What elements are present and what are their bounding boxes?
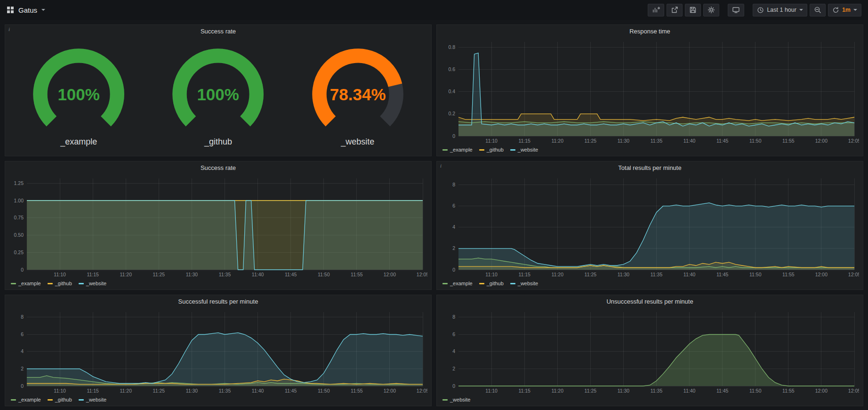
zoom-out-icon: [814, 6, 821, 14]
panel-info-icon[interactable]: i: [440, 163, 442, 169]
gauge-website[interactable]: 78.34% _website: [288, 45, 427, 147]
panel-title[interactable]: Unsuccessful results per minute: [437, 295, 863, 307]
gauge-label: _website: [341, 137, 374, 147]
svg-text:11:30: 11:30: [618, 138, 630, 144]
svg-text:12:00: 12:00: [815, 272, 828, 277]
gauge-row: 100% _example 100% _github 78.34% _websi…: [9, 37, 427, 154]
chevron-down-icon[interactable]: [41, 9, 45, 11]
svg-text:11:35: 11:35: [219, 388, 231, 394]
save-button[interactable]: [685, 4, 701, 16]
svg-text:11:40: 11:40: [252, 388, 264, 394]
legend-swatch: [510, 283, 515, 284]
time-range-label: Last 1 hour: [767, 7, 796, 13]
legend-item[interactable]: _example: [11, 281, 41, 286]
svg-text:0.8: 0.8: [448, 44, 455, 50]
dashboard-grid: i Success rate 100% _example 100% _githu…: [0, 20, 868, 410]
response-time-chart[interactable]: 11:1011:1511:2011:2511:3011:3511:4011:45…: [441, 37, 859, 145]
legend-item[interactable]: _github: [479, 147, 504, 153]
success-rate-chart[interactable]: 11:1011:1511:2011:2511:3011:3511:4011:45…: [9, 174, 427, 279]
legend-swatch: [48, 283, 53, 284]
legend-item[interactable]: _website: [510, 281, 538, 286]
svg-text:11:40: 11:40: [252, 272, 264, 277]
save-icon: [689, 6, 697, 14]
legend-item[interactable]: _example: [11, 397, 41, 402]
legend-swatch: [479, 149, 484, 151]
refresh-picker[interactable]: 1m: [828, 4, 861, 16]
svg-text:11:35: 11:35: [651, 388, 663, 394]
zoom-out-button[interactable]: [810, 4, 826, 16]
panel-title[interactable]: Success rate: [5, 25, 431, 37]
dashboard-grid-icon[interactable]: [7, 6, 14, 14]
panel-info-icon[interactable]: i: [8, 26, 10, 32]
legend-item[interactable]: _example: [442, 147, 473, 153]
svg-text:11:40: 11:40: [683, 138, 696, 144]
svg-text:1.25: 1.25: [14, 180, 24, 186]
svg-text:11:15: 11:15: [518, 272, 530, 277]
legend-label: _example: [18, 281, 41, 286]
legend-label: _github: [487, 281, 504, 286]
svg-text:11:55: 11:55: [351, 388, 363, 394]
panel-title[interactable]: Successful results per minute: [5, 295, 431, 307]
navbar: Gatus: [0, 0, 868, 20]
svg-text:0: 0: [452, 267, 455, 273]
chart-legend: _example_github_website: [441, 279, 859, 288]
svg-text:11:20: 11:20: [552, 272, 564, 277]
legend-item[interactable]: _website: [510, 147, 538, 153]
svg-text:11:30: 11:30: [186, 388, 198, 394]
gauge-github-arc: 100%: [148, 45, 288, 137]
svg-text:11:25: 11:25: [585, 272, 597, 277]
svg-text:11:55: 11:55: [351, 272, 363, 277]
svg-text:11:10: 11:10: [54, 272, 66, 277]
settings-button[interactable]: [703, 4, 719, 16]
legend-swatch: [11, 283, 16, 284]
panel-title[interactable]: Total results per minute: [437, 161, 863, 174]
svg-text:0.50: 0.50: [14, 232, 24, 238]
gauge-github[interactable]: 100% _github: [148, 45, 288, 147]
total-results-chart[interactable]: 11:1011:1511:2011:2511:3011:3511:4011:45…: [441, 174, 859, 279]
navbar-actions: Last 1 hour 1m: [648, 4, 861, 16]
svg-text:11:10: 11:10: [485, 272, 498, 277]
time-range-picker[interactable]: Last 1 hour: [753, 4, 807, 16]
add-panel-icon: [652, 6, 660, 14]
panel-success-rate-series: Success rate 11:1011:1511:2011:2511:3011…: [5, 161, 432, 290]
legend-swatch: [48, 399, 53, 401]
panel-title[interactable]: Response time: [437, 25, 863, 37]
panel-unsuccessful-results: Unsuccessful results per minute 11:1011:…: [436, 295, 863, 406]
svg-text:11:20: 11:20: [552, 138, 564, 144]
chart-legend: _example_github_website: [441, 145, 859, 154]
svg-text:8: 8: [452, 182, 455, 187]
unsuccessful-results-chart[interactable]: 11:1011:1511:2011:2511:3011:3511:4011:45…: [441, 307, 859, 395]
share-button[interactable]: [667, 4, 683, 16]
panel-total-results: i Total results per minute 11:1011:1511:…: [436, 161, 863, 290]
svg-text:11:45: 11:45: [716, 272, 729, 277]
add-panel-button[interactable]: [648, 4, 664, 16]
svg-text:100%: 100%: [197, 85, 240, 103]
clock-icon: [757, 7, 764, 14]
legend-item[interactable]: _github: [479, 281, 504, 286]
svg-text:4: 4: [452, 224, 455, 230]
legend-item[interactable]: _example: [442, 281, 473, 286]
svg-text:0.4: 0.4: [448, 88, 455, 94]
tv-mode-button[interactable]: [728, 4, 744, 16]
legend-item[interactable]: _github: [48, 281, 72, 286]
svg-text:12:05: 12:05: [848, 138, 859, 144]
legend-item[interactable]: _website: [79, 397, 106, 402]
svg-text:0: 0: [21, 383, 24, 389]
dashboard-title[interactable]: Gatus: [18, 6, 37, 14]
legend-item[interactable]: _github: [48, 397, 72, 402]
svg-text:78.34%: 78.34%: [330, 85, 386, 103]
legend-item[interactable]: _website: [442, 397, 470, 402]
svg-text:4: 4: [21, 348, 24, 354]
svg-text:12:05: 12:05: [417, 272, 427, 277]
legend-item[interactable]: _website: [79, 281, 106, 286]
panel-title[interactable]: Success rate: [5, 161, 431, 174]
svg-text:11:35: 11:35: [651, 138, 663, 144]
svg-text:6: 6: [452, 331, 455, 337]
gauge-example[interactable]: 100% _example: [9, 45, 148, 147]
gauge-website-arc: 78.34%: [288, 45, 427, 137]
svg-text:1.00: 1.00: [14, 198, 24, 203]
successful-results-chart[interactable]: 11:1011:1511:2011:2511:3011:3511:4011:45…: [9, 307, 427, 395]
gauge-label: _example: [60, 137, 97, 147]
svg-text:11:30: 11:30: [618, 388, 630, 394]
svg-text:12:00: 12:00: [384, 272, 396, 277]
